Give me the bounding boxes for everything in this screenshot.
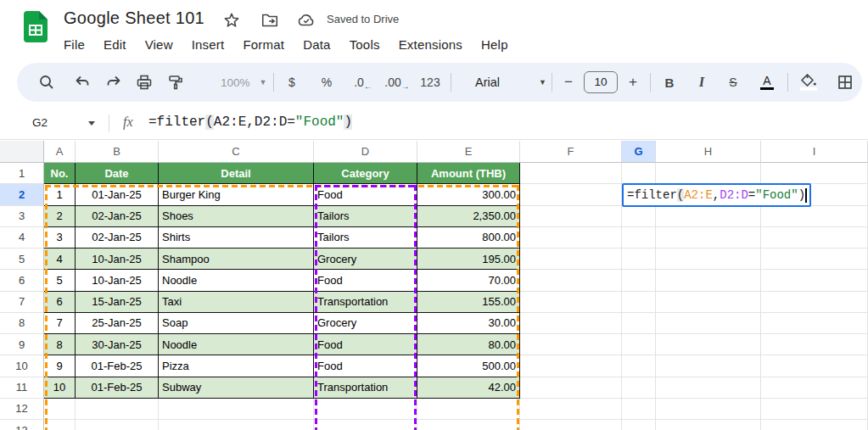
table-cell[interactable]: 800.00 [417, 227, 520, 249]
grid-cell[interactable] [622, 355, 656, 377]
grid-cell[interactable] [656, 377, 761, 399]
table-cell[interactable]: 70.00 [417, 270, 520, 291]
star-icon[interactable] [222, 11, 241, 30]
table-cell[interactable]: 10 [44, 377, 76, 399]
font-family-selector[interactable]: Arial ▼ [473, 63, 548, 102]
grid-cell[interactable] [622, 377, 656, 399]
print-icon[interactable] [133, 63, 155, 102]
table-cell[interactable]: 02-Jan-25 [76, 227, 159, 249]
grid-cell[interactable] [159, 420, 314, 430]
table-cell[interactable]: Transportation [314, 377, 417, 399]
row-header-7[interactable]: 7 [0, 292, 44, 313]
grid-cell[interactable] [761, 292, 868, 313]
formula-input[interactable]: =filter(A2:E,D2:D="Food") [148, 114, 352, 130]
table-cell[interactable]: Subway [159, 377, 314, 399]
table-cell[interactable]: Grocery [314, 249, 417, 270]
table-cell[interactable]: 6 [44, 292, 76, 313]
row-header-8[interactable]: 8 [0, 313, 44, 334]
menu-data[interactable]: Data [294, 35, 340, 54]
grid-cell[interactable] [622, 270, 656, 291]
table-cell[interactable]: Food [314, 270, 417, 291]
table-cell[interactable]: Shoes [159, 206, 314, 227]
grid-cell[interactable] [520, 355, 622, 377]
grid-cell[interactable] [761, 206, 868, 227]
document-title[interactable]: Google Sheet 101 [64, 8, 204, 28]
select-all-corner[interactable] [0, 141, 44, 163]
table-cell[interactable]: 2,350.00 [417, 206, 520, 227]
grid-cell[interactable] [656, 420, 761, 430]
grid-cell[interactable] [656, 313, 761, 334]
move-to-folder-icon[interactable] [260, 11, 279, 30]
grid-cell[interactable] [520, 313, 622, 334]
grid-cell[interactable] [622, 206, 656, 227]
table-header-cell[interactable]: Category [314, 163, 417, 184]
spreadsheet-grid[interactable]: No.DateDetailCategoryAmount (THB)101-Jan… [0, 141, 868, 430]
grid-cell[interactable] [159, 399, 314, 420]
table-cell[interactable]: 42.00 [417, 377, 520, 399]
table-cell[interactable]: Noodle [159, 334, 314, 355]
name-box-dropdown-icon[interactable] [88, 121, 95, 126]
table-header-cell[interactable]: No. [44, 163, 76, 184]
grid-cell[interactable] [520, 163, 622, 184]
grid-cell[interactable] [314, 420, 417, 430]
row-header-6[interactable]: 6 [0, 270, 44, 291]
column-header-E[interactable]: E [417, 141, 520, 163]
table-cell[interactable]: 155.00 [417, 292, 520, 313]
row-header-4[interactable]: 4 [0, 227, 44, 249]
table-cell[interactable]: 500.00 [417, 355, 520, 377]
grid-cell[interactable] [656, 334, 761, 355]
format-currency-button[interactable]: $ [281, 63, 303, 102]
grid-cell[interactable] [761, 334, 868, 355]
table-cell[interactable]: 10-Jan-25 [76, 249, 159, 270]
table-cell[interactable]: 25-Jan-25 [76, 313, 159, 334]
grid-cell[interactable] [76, 420, 159, 430]
grid-cell[interactable] [761, 313, 868, 334]
column-header-C[interactable]: C [159, 141, 314, 163]
column-header-G[interactable]: G [622, 141, 656, 163]
grid-cell[interactable] [656, 227, 761, 249]
grid-cell[interactable] [520, 227, 622, 249]
grid-cell[interactable] [417, 420, 520, 430]
table-cell[interactable]: Shampoo [159, 249, 314, 270]
column-header-I[interactable]: I [761, 141, 868, 163]
increase-decimal-button[interactable]: .00→ [384, 63, 410, 102]
grid-cell[interactable] [761, 249, 868, 270]
grid-cell[interactable] [520, 184, 622, 205]
grid-cell[interactable] [656, 249, 761, 270]
format-percent-button[interactable]: % [316, 63, 338, 102]
grid-cell[interactable] [622, 163, 656, 184]
grid-cell[interactable] [761, 227, 868, 249]
menu-extensions[interactable]: Extensions [389, 35, 472, 54]
decrease-decimal-button[interactable]: .0← [352, 63, 374, 102]
grid-cell[interactable] [520, 334, 622, 355]
active-cell-editor[interactable]: =filter(A2:E,D2:D="Food") [622, 183, 811, 207]
grid-cell[interactable] [44, 420, 76, 430]
row-header-10[interactable]: 10 [0, 355, 44, 377]
table-cell[interactable]: 9 [44, 355, 76, 377]
table-cell[interactable]: Soap [159, 313, 314, 334]
grid-cell[interactable] [622, 313, 656, 334]
row-header-5[interactable]: 5 [0, 249, 44, 270]
table-header-cell[interactable]: Date [76, 163, 159, 184]
redo-icon[interactable] [103, 63, 125, 102]
menu-view[interactable]: View [136, 35, 182, 54]
table-cell[interactable]: Taxi [159, 292, 314, 313]
grid-cell[interactable] [314, 399, 417, 420]
grid-cell[interactable] [761, 270, 868, 291]
table-cell[interactable]: Tailors [314, 206, 417, 227]
grid-cell[interactable] [761, 420, 868, 430]
row-header-13[interactable]: 13 [0, 420, 44, 430]
row-header-3[interactable]: 3 [0, 206, 44, 227]
menu-tools[interactable]: Tools [340, 35, 389, 54]
grid-cell[interactable] [76, 399, 159, 420]
bold-button[interactable]: B [658, 63, 680, 102]
grid-cell[interactable] [656, 206, 761, 227]
saved-status[interactable]: Saved to Drive [327, 13, 399, 25]
column-header-B[interactable]: B [76, 141, 159, 163]
grid-cell[interactable] [622, 227, 656, 249]
table-cell[interactable]: 8 [44, 334, 76, 355]
grid-cell[interactable] [520, 249, 622, 270]
table-cell[interactable]: 02-Jan-25 [76, 206, 159, 227]
grid-cell[interactable] [44, 399, 76, 420]
grid-cell[interactable] [656, 163, 761, 184]
